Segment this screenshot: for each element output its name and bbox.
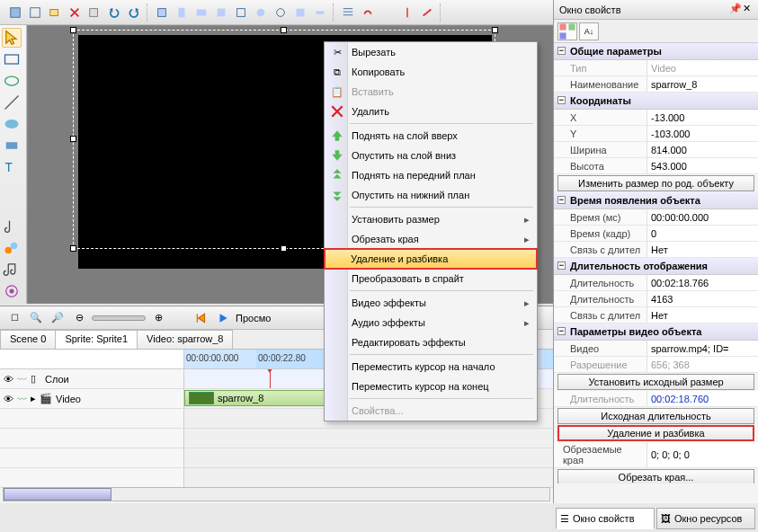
goto-start-icon[interactable]: [192, 309, 210, 327]
ctx-bring-front[interactable]: Поднять на передний план: [325, 165, 537, 185]
tool-btn[interactable]: [85, 4, 103, 22]
undo-icon[interactable]: [105, 4, 123, 22]
collapse-icon[interactable]: −: [557, 196, 566, 204]
ctx-copy[interactable]: ⧉Копировать: [325, 62, 537, 82]
audio-col-icon[interactable]: 〰: [17, 374, 27, 385]
ctx-delete[interactable]: Удалить: [325, 102, 537, 121]
align-icon[interactable]: [339, 4, 357, 22]
ctx-cursor-start[interactable]: Переместить курсор на начало: [325, 357, 537, 377]
prop-value[interactable]: -13.000: [647, 110, 758, 125]
cursor-tool-icon[interactable]: [2, 28, 22, 48]
tool-btn[interactable]: [153, 4, 171, 22]
line-tool-icon[interactable]: [2, 93, 22, 112]
ctx-crop-edges[interactable]: Обрезать края: [325, 229, 537, 249]
rect-tool-icon[interactable]: [2, 49, 22, 69]
ctx-layer-up[interactable]: Поднять на слой вверх: [325, 126, 537, 146]
track-chevron-icon[interactable]: ▸: [31, 393, 36, 404]
playhead[interactable]: [270, 369, 271, 388]
props-section-disp-dur[interactable]: −Длительность отображения: [554, 258, 758, 275]
ctx-send-back[interactable]: Опустить на нижний план: [325, 185, 537, 205]
tab-properties-window[interactable]: ☰ Окно свойств: [556, 508, 655, 529]
ctx-set-size[interactable]: Установить размер: [325, 209, 537, 229]
play-icon[interactable]: [214, 309, 232, 327]
btn-resize-parent[interactable]: Изменить размер по род. объекту: [557, 175, 754, 191]
prop-value[interactable]: 00:00:00.000: [647, 209, 758, 225]
tab-sprite[interactable]: Sprite: Sprite1: [55, 330, 138, 349]
ctx-audio-fx[interactable]: Аудио эффекты: [325, 313, 537, 332]
tool-btn[interactable]: [192, 4, 210, 22]
btn-src-duration[interactable]: Исходная длительность: [557, 408, 754, 424]
tab-resources-window[interactable]: 🖼 Окно ресурсов: [656, 508, 755, 529]
tool-icon[interactable]: [2, 179, 22, 196]
zoom-slider[interactable]: ⊖: [70, 309, 88, 327]
resize-handle[interactable]: [492, 27, 498, 33]
tool-btn[interactable]: [418, 4, 436, 22]
tool-btn[interactable]: [272, 4, 290, 22]
props-section-coords[interactable]: −Координаты: [554, 93, 758, 110]
tool-icon[interactable]: [2, 238, 22, 258]
lock-col-icon[interactable]: ▯: [31, 373, 36, 385]
music-tool-icon[interactable]: [2, 260, 22, 279]
pin-icon[interactable]: 📌: [729, 3, 742, 15]
snap-icon[interactable]: [359, 4, 377, 22]
prop-value[interactable]: 0: [647, 226, 758, 241]
zoom-100-icon[interactable]: ☐: [5, 309, 23, 327]
text-tool-icon[interactable]: T: [2, 157, 22, 177]
prop-value[interactable]: sparrow.mp4; ID=: [647, 341, 758, 356]
timeline-scroll-thumb[interactable]: [4, 488, 111, 501]
resize-handle[interactable]: [70, 136, 76, 142]
tool-btn[interactable]: [173, 4, 191, 22]
tool-btn[interactable]: [291, 4, 309, 22]
collapse-icon[interactable]: −: [557, 96, 566, 104]
prop-value[interactable]: 0; 0; 0; 0: [647, 442, 758, 467]
timeline-scrollbar[interactable]: [3, 487, 550, 501]
btn-set-src-size[interactable]: Установить исходный размер: [557, 374, 754, 390]
tool-icon[interactable]: [2, 198, 22, 215]
tool-btn[interactable]: [232, 4, 250, 22]
ctx-layer-down[interactable]: Опустить на слой вниз: [325, 146, 537, 165]
tab-scene[interactable]: Scene 0: [0, 330, 56, 349]
prop-value[interactable]: 543.000: [647, 158, 758, 173]
tool-btn[interactable]: [212, 4, 230, 22]
ctx-cut[interactable]: ✂Вырезать: [325, 42, 537, 62]
audio-icon[interactable]: 〰: [17, 394, 27, 404]
tool-btn[interactable]: [46, 4, 64, 22]
btn-split-delete[interactable]: Удаление и разбивка: [557, 425, 754, 441]
zoom-in-icon[interactable]: 🔍: [27, 309, 45, 327]
prop-value[interactable]: Нет: [647, 242, 758, 257]
prop-value[interactable]: 814.000: [647, 142, 758, 157]
resize-handle[interactable]: [70, 245, 76, 252]
props-section-general[interactable]: −Общие параметры: [554, 43, 758, 60]
zoom-slider-track[interactable]: [92, 315, 146, 321]
ellipse-tool-icon[interactable]: [2, 71, 22, 91]
tool-btn[interactable]: [379, 4, 397, 22]
resize-handle[interactable]: [281, 27, 287, 33]
rect-fill-tool-icon[interactable]: [2, 136, 22, 155]
ctx-to-sprite[interactable]: Преобразовать в спрайт: [325, 269, 537, 288]
prop-value[interactable]: sparrow_8: [647, 76, 758, 92]
tool-btn[interactable]: [6, 4, 24, 22]
tool-btn[interactable]: [398, 4, 416, 22]
close-icon[interactable]: ✕: [743, 3, 755, 15]
zoom-out-icon[interactable]: 🔎: [49, 309, 67, 327]
ctx-video-fx[interactable]: Видео эффекты: [325, 293, 537, 313]
resize-handle[interactable]: [70, 27, 76, 33]
audio-tool-icon[interactable]: [2, 217, 22, 236]
collapse-icon[interactable]: −: [557, 262, 566, 270]
prop-value[interactable]: 00:02:18.766: [647, 275, 758, 290]
shape-tool-icon[interactable]: [2, 114, 22, 134]
props-view-alpha[interactable]: A↓: [579, 22, 599, 40]
tab-video[interactable]: Video: sparrow_8: [137, 330, 233, 349]
prop-value[interactable]: -103.000: [647, 126, 758, 141]
tool-btn[interactable]: [311, 4, 329, 22]
tool-btn[interactable]: [252, 4, 270, 22]
ctx-edit-fx[interactable]: Редактировать эффекты: [325, 332, 537, 352]
delete-icon[interactable]: [66, 4, 84, 22]
btn-crop-edges[interactable]: Обрезать края...: [557, 469, 754, 483]
collapse-icon[interactable]: −: [557, 47, 566, 55]
eye-icon[interactable]: 👁: [4, 394, 13, 404]
eye-icon[interactable]: 👁: [4, 374, 13, 385]
props-view-categorized[interactable]: [557, 22, 577, 40]
prop-value[interactable]: 4163: [647, 291, 758, 306]
resize-handle[interactable]: [281, 245, 287, 252]
